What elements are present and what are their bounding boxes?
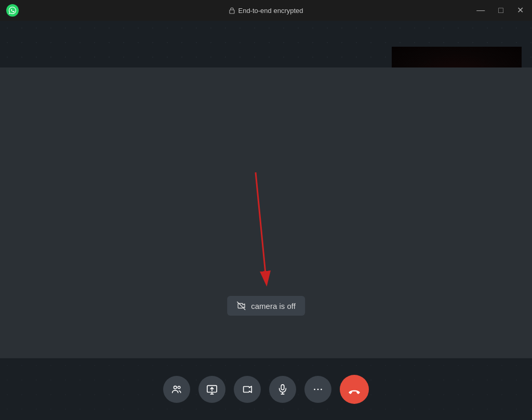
title-bar-controls: — □ ✕ xyxy=(474,5,526,16)
end-call-button[interactable] xyxy=(340,375,369,404)
close-button[interactable]: ✕ xyxy=(515,5,526,16)
microphone-icon xyxy=(277,384,288,395)
title-bar: End-to-end encrypted — □ ✕ xyxy=(0,0,532,21)
svg-rect-7 xyxy=(281,384,284,389)
share-screen-icon xyxy=(206,384,218,395)
svg-point-10 xyxy=(321,388,322,390)
minimize-button[interactable]: — xyxy=(474,5,487,16)
title-bar-center: End-to-end encrypted xyxy=(229,7,303,15)
participants-icon xyxy=(171,384,182,395)
svg-rect-1 xyxy=(230,10,234,13)
camera-button[interactable] xyxy=(234,376,261,403)
svg-point-8 xyxy=(314,388,315,390)
self-view-video xyxy=(392,47,522,67)
self-view-panel xyxy=(392,47,522,67)
end-call-icon xyxy=(348,383,361,396)
maximize-button[interactable]: □ xyxy=(496,5,506,16)
more-options-button[interactable] xyxy=(304,376,331,403)
share-screen-button[interactable] xyxy=(198,376,225,403)
red-arrow-annotation xyxy=(235,167,282,287)
whatsapp-logo-icon xyxy=(6,4,19,17)
camera-off-tooltip: camera is off xyxy=(227,296,305,316)
camera-icon xyxy=(242,384,253,395)
title-bar-title: End-to-end encrypted xyxy=(238,7,303,15)
svg-line-3 xyxy=(256,172,266,279)
top-pattern-strip xyxy=(0,21,532,67)
svg-point-0 xyxy=(6,4,19,17)
camera-off-text: camera is off xyxy=(251,302,296,310)
camera-off-tooltip-icon xyxy=(236,301,246,310)
svg-point-9 xyxy=(317,388,319,390)
title-bar-left xyxy=(6,4,19,17)
svg-point-5 xyxy=(178,386,180,389)
main-video-area: camera is off xyxy=(0,67,532,358)
more-options-icon xyxy=(312,384,324,395)
svg-point-4 xyxy=(174,386,177,389)
control-bar xyxy=(0,358,532,420)
microphone-button[interactable] xyxy=(269,376,296,403)
participants-button[interactable] xyxy=(163,376,190,403)
lock-icon xyxy=(229,7,235,14)
